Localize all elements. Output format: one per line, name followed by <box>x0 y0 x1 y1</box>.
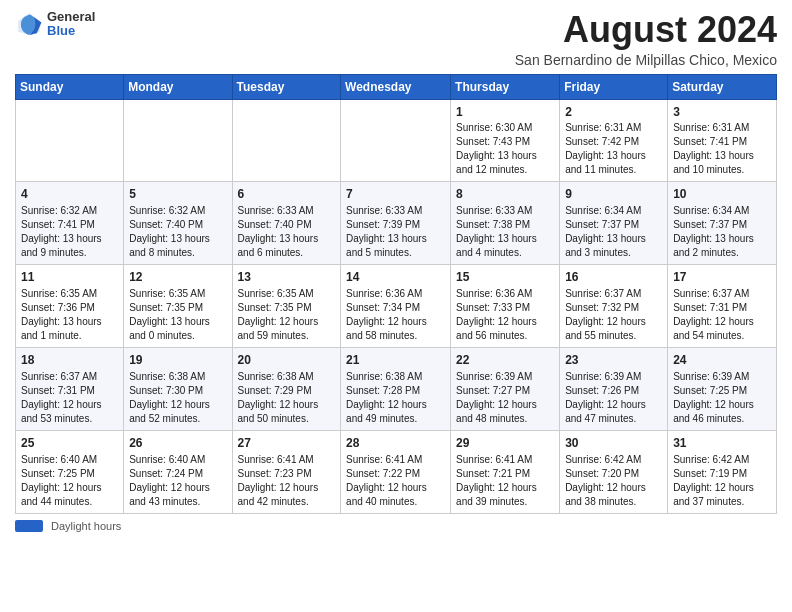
day-number: 24 <box>673 352 771 369</box>
day-cell: 29Sunrise: 6:41 AMSunset: 7:21 PMDayligh… <box>451 430 560 513</box>
day-cell: 7Sunrise: 6:33 AMSunset: 7:39 PMDaylight… <box>341 182 451 265</box>
weekday-header-friday: Friday <box>560 74 668 99</box>
day-cell <box>124 99 232 182</box>
day-number: 1 <box>456 104 554 121</box>
day-cell <box>16 99 124 182</box>
day-number: 23 <box>565 352 662 369</box>
day-cell: 5Sunrise: 6:32 AMSunset: 7:40 PMDaylight… <box>124 182 232 265</box>
day-number: 19 <box>129 352 226 369</box>
day-number: 4 <box>21 186 118 203</box>
day-info: Sunrise: 6:36 AMSunset: 7:33 PMDaylight:… <box>456 287 554 343</box>
day-info: Sunrise: 6:40 AMSunset: 7:25 PMDaylight:… <box>21 453 118 509</box>
day-number: 2 <box>565 104 662 121</box>
day-info: Sunrise: 6:36 AMSunset: 7:34 PMDaylight:… <box>346 287 445 343</box>
day-number: 31 <box>673 435 771 452</box>
week-row-1: 1Sunrise: 6:30 AMSunset: 7:43 PMDaylight… <box>16 99 777 182</box>
day-info: Sunrise: 6:32 AMSunset: 7:40 PMDaylight:… <box>129 204 226 260</box>
daylight-swatch <box>15 520 43 532</box>
day-info: Sunrise: 6:34 AMSunset: 7:37 PMDaylight:… <box>565 204 662 260</box>
day-cell: 4Sunrise: 6:32 AMSunset: 7:41 PMDaylight… <box>16 182 124 265</box>
day-number: 13 <box>238 269 336 286</box>
weekday-header-thursday: Thursday <box>451 74 560 99</box>
weekday-header-wednesday: Wednesday <box>341 74 451 99</box>
day-info: Sunrise: 6:37 AMSunset: 7:32 PMDaylight:… <box>565 287 662 343</box>
day-cell: 14Sunrise: 6:36 AMSunset: 7:34 PMDayligh… <box>341 265 451 348</box>
day-cell: 22Sunrise: 6:39 AMSunset: 7:27 PMDayligh… <box>451 347 560 430</box>
day-number: 17 <box>673 269 771 286</box>
day-cell: 8Sunrise: 6:33 AMSunset: 7:38 PMDaylight… <box>451 182 560 265</box>
week-row-2: 4Sunrise: 6:32 AMSunset: 7:41 PMDaylight… <box>16 182 777 265</box>
day-number: 18 <box>21 352 118 369</box>
day-number: 26 <box>129 435 226 452</box>
title-block: August 2024 San Bernardino de Milpillas … <box>515 10 777 68</box>
day-info: Sunrise: 6:39 AMSunset: 7:27 PMDaylight:… <box>456 370 554 426</box>
day-cell: 1Sunrise: 6:30 AMSunset: 7:43 PMDaylight… <box>451 99 560 182</box>
weekday-header-saturday: Saturday <box>668 74 777 99</box>
day-cell: 18Sunrise: 6:37 AMSunset: 7:31 PMDayligh… <box>16 347 124 430</box>
day-cell: 28Sunrise: 6:41 AMSunset: 7:22 PMDayligh… <box>341 430 451 513</box>
week-row-3: 11Sunrise: 6:35 AMSunset: 7:36 PMDayligh… <box>16 265 777 348</box>
week-row-5: 25Sunrise: 6:40 AMSunset: 7:25 PMDayligh… <box>16 430 777 513</box>
day-info: Sunrise: 6:30 AMSunset: 7:43 PMDaylight:… <box>456 121 554 177</box>
day-info: Sunrise: 6:31 AMSunset: 7:42 PMDaylight:… <box>565 121 662 177</box>
day-number: 9 <box>565 186 662 203</box>
day-number: 12 <box>129 269 226 286</box>
day-cell: 3Sunrise: 6:31 AMSunset: 7:41 PMDaylight… <box>668 99 777 182</box>
day-cell <box>232 99 341 182</box>
day-cell: 16Sunrise: 6:37 AMSunset: 7:32 PMDayligh… <box>560 265 668 348</box>
day-number: 21 <box>346 352 445 369</box>
day-info: Sunrise: 6:38 AMSunset: 7:29 PMDaylight:… <box>238 370 336 426</box>
day-info: Sunrise: 6:40 AMSunset: 7:24 PMDaylight:… <box>129 453 226 509</box>
day-cell: 31Sunrise: 6:42 AMSunset: 7:19 PMDayligh… <box>668 430 777 513</box>
logo-text: General Blue <box>47 10 95 39</box>
footer: Daylight hours <box>15 520 777 532</box>
day-info: Sunrise: 6:38 AMSunset: 7:30 PMDaylight:… <box>129 370 226 426</box>
day-cell: 25Sunrise: 6:40 AMSunset: 7:25 PMDayligh… <box>16 430 124 513</box>
day-number: 27 <box>238 435 336 452</box>
calendar-table: SundayMondayTuesdayWednesdayThursdayFrid… <box>15 74 777 514</box>
calendar-page: General Blue August 2024 San Bernardino … <box>0 0 792 612</box>
day-cell: 20Sunrise: 6:38 AMSunset: 7:29 PMDayligh… <box>232 347 341 430</box>
day-info: Sunrise: 6:41 AMSunset: 7:22 PMDaylight:… <box>346 453 445 509</box>
day-number: 7 <box>346 186 445 203</box>
day-info: Sunrise: 6:33 AMSunset: 7:39 PMDaylight:… <box>346 204 445 260</box>
day-cell: 26Sunrise: 6:40 AMSunset: 7:24 PMDayligh… <box>124 430 232 513</box>
day-info: Sunrise: 6:42 AMSunset: 7:19 PMDaylight:… <box>673 453 771 509</box>
day-info: Sunrise: 6:38 AMSunset: 7:28 PMDaylight:… <box>346 370 445 426</box>
day-info: Sunrise: 6:37 AMSunset: 7:31 PMDaylight:… <box>21 370 118 426</box>
weekday-header-monday: Monday <box>124 74 232 99</box>
day-info: Sunrise: 6:39 AMSunset: 7:26 PMDaylight:… <box>565 370 662 426</box>
day-info: Sunrise: 6:34 AMSunset: 7:37 PMDaylight:… <box>673 204 771 260</box>
logo: General Blue <box>15 10 95 39</box>
day-info: Sunrise: 6:32 AMSunset: 7:41 PMDaylight:… <box>21 204 118 260</box>
day-info: Sunrise: 6:35 AMSunset: 7:35 PMDaylight:… <box>129 287 226 343</box>
day-number: 29 <box>456 435 554 452</box>
day-number: 22 <box>456 352 554 369</box>
day-number: 30 <box>565 435 662 452</box>
day-number: 16 <box>565 269 662 286</box>
day-cell: 13Sunrise: 6:35 AMSunset: 7:35 PMDayligh… <box>232 265 341 348</box>
day-cell: 9Sunrise: 6:34 AMSunset: 7:37 PMDaylight… <box>560 182 668 265</box>
logo-icon <box>15 10 43 38</box>
day-cell: 24Sunrise: 6:39 AMSunset: 7:25 PMDayligh… <box>668 347 777 430</box>
day-cell: 19Sunrise: 6:38 AMSunset: 7:30 PMDayligh… <box>124 347 232 430</box>
day-number: 25 <box>21 435 118 452</box>
calendar-title: August 2024 <box>515 10 777 50</box>
day-info: Sunrise: 6:37 AMSunset: 7:31 PMDaylight:… <box>673 287 771 343</box>
day-info: Sunrise: 6:42 AMSunset: 7:20 PMDaylight:… <box>565 453 662 509</box>
day-number: 8 <box>456 186 554 203</box>
day-info: Sunrise: 6:35 AMSunset: 7:35 PMDaylight:… <box>238 287 336 343</box>
day-cell: 17Sunrise: 6:37 AMSunset: 7:31 PMDayligh… <box>668 265 777 348</box>
day-info: Sunrise: 6:35 AMSunset: 7:36 PMDaylight:… <box>21 287 118 343</box>
day-cell: 6Sunrise: 6:33 AMSunset: 7:40 PMDaylight… <box>232 182 341 265</box>
header: General Blue August 2024 San Bernardino … <box>15 10 777 68</box>
day-info: Sunrise: 6:41 AMSunset: 7:21 PMDaylight:… <box>456 453 554 509</box>
day-number: 11 <box>21 269 118 286</box>
day-cell: 11Sunrise: 6:35 AMSunset: 7:36 PMDayligh… <box>16 265 124 348</box>
weekday-header-tuesday: Tuesday <box>232 74 341 99</box>
day-cell: 27Sunrise: 6:41 AMSunset: 7:23 PMDayligh… <box>232 430 341 513</box>
day-number: 15 <box>456 269 554 286</box>
day-number: 14 <box>346 269 445 286</box>
day-info: Sunrise: 6:41 AMSunset: 7:23 PMDaylight:… <box>238 453 336 509</box>
calendar-subtitle: San Bernardino de Milpillas Chico, Mexic… <box>515 52 777 68</box>
